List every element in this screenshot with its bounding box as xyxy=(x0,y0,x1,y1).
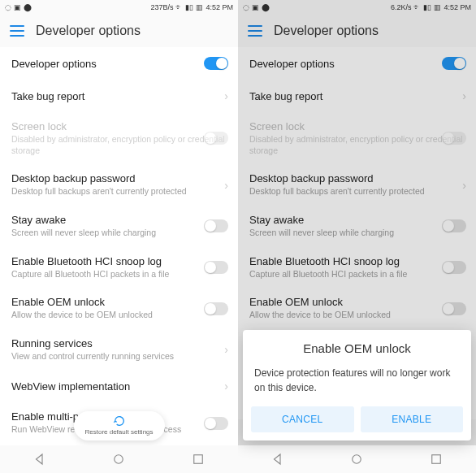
recents-button[interactable] xyxy=(191,452,206,466)
sim-icon: ▣ xyxy=(252,3,259,11)
clock: 4:52 PM xyxy=(444,3,471,11)
wifi-icon: ᯤ xyxy=(413,3,421,11)
toggle-oem-unlock[interactable] xyxy=(204,302,228,315)
nav-bar xyxy=(0,445,238,473)
chat-icon: ⬤ xyxy=(24,3,32,11)
row-oem-unlock[interactable]: Enable OEM unlockAllow the device to be … xyxy=(0,288,238,329)
row-oem-unlock[interactable]: Enable OEM unlockAllow the device to be … xyxy=(238,288,476,329)
signal-icon: ▮▯ xyxy=(185,3,193,11)
row-webview[interactable]: WebView implementation› xyxy=(0,370,238,402)
menu-icon[interactable] xyxy=(10,25,24,37)
row-bug-report[interactable]: Take bug report› xyxy=(0,80,238,112)
toggle-stay-awake[interactable] xyxy=(204,219,228,232)
home-button[interactable] xyxy=(111,452,126,466)
row-backup-password[interactable]: Desktop backup passwordDesktop full back… xyxy=(238,164,476,206)
row-bt-snoop[interactable]: Enable Bluetooth HCI snoop logCapture al… xyxy=(0,247,238,289)
toggle-oem-unlock[interactable] xyxy=(442,302,466,315)
toggle-developer-options[interactable] xyxy=(442,57,466,70)
toggle-bt-snoop[interactable] xyxy=(204,261,228,274)
clock: 4:52 PM xyxy=(206,3,233,11)
page-title: Developer options xyxy=(36,24,141,38)
row-developer-options[interactable]: Developer options xyxy=(238,47,476,80)
row-running-services[interactable]: Running servicesView and control current… xyxy=(0,329,238,371)
battery-icon: ▥ xyxy=(196,3,203,11)
svg-rect-3 xyxy=(432,455,441,464)
chevron-right-icon: › xyxy=(462,89,466,102)
toggle-multi-webview[interactable] xyxy=(204,417,228,430)
back-button[interactable] xyxy=(32,452,47,466)
chevron-right-icon: › xyxy=(462,179,466,192)
chevron-right-icon: › xyxy=(224,380,228,393)
location-icon: ◌ xyxy=(5,3,11,11)
dialog-title: Enable OEM unlock xyxy=(251,341,463,355)
svg-point-0 xyxy=(115,455,123,464)
settings-list: Developer options Take bug report› Scree… xyxy=(0,47,238,473)
restore-defaults-toast[interactable]: Restore default settings xyxy=(73,411,164,440)
oem-unlock-dialog: Enable OEM unlock Device protection feat… xyxy=(243,330,471,440)
app-bar: Developer options xyxy=(0,15,238,47)
row-bug-report[interactable]: Take bug report› xyxy=(238,80,476,112)
enable-button[interactable]: ENABLE xyxy=(361,406,464,432)
row-bt-snoop[interactable]: Enable Bluetooth HCI snoop logCapture al… xyxy=(238,247,476,289)
sim-icon: ▣ xyxy=(14,3,21,11)
toggle-developer-options[interactable] xyxy=(204,57,228,70)
chat-icon: ⬤ xyxy=(262,3,270,11)
battery-icon: ▥ xyxy=(434,3,441,11)
row-stay-awake[interactable]: Stay awakeScreen will never sleep while … xyxy=(238,206,476,247)
nav-bar xyxy=(238,445,476,473)
chevron-right-icon: › xyxy=(224,343,228,356)
toggle-bt-snoop[interactable] xyxy=(442,261,466,274)
net-speed: 6.2K/s xyxy=(391,3,412,11)
chevron-right-icon: › xyxy=(224,179,228,192)
app-bar: Developer options xyxy=(238,15,476,47)
home-button[interactable] xyxy=(349,452,364,466)
net-speed: 237B/s xyxy=(150,3,173,11)
row-stay-awake[interactable]: Stay awakeScreen will never sleep while … xyxy=(0,206,238,247)
status-bar: ◌▣⬤ 6.2K/sᯤ▮▯▥4:52 PM xyxy=(238,0,476,15)
chevron-right-icon: › xyxy=(224,89,228,102)
cancel-button[interactable]: CANCEL xyxy=(251,406,354,432)
location-icon: ◌ xyxy=(243,3,249,11)
status-bar: ◌▣⬤ 237B/sᯤ▮▯▥4:52 PM xyxy=(0,0,238,15)
row-backup-password[interactable]: Desktop backup passwordDesktop full back… xyxy=(0,164,238,206)
toggle-screen-lock xyxy=(442,132,466,145)
wifi-icon: ᯤ xyxy=(175,3,183,11)
menu-icon[interactable] xyxy=(248,25,262,37)
recents-button[interactable] xyxy=(429,452,444,466)
svg-rect-1 xyxy=(194,455,203,464)
refresh-icon xyxy=(112,414,125,427)
screen-right: ◌▣⬤ 6.2K/sᯤ▮▯▥4:52 PM Developer options … xyxy=(238,0,476,473)
signal-icon: ▮▯ xyxy=(423,3,431,11)
back-button[interactable] xyxy=(270,452,285,466)
row-screen-lock: Screen lockDisabled by administrator, en… xyxy=(0,112,238,164)
svg-point-2 xyxy=(353,455,361,464)
dialog-message: Device protection features will no longe… xyxy=(251,367,463,395)
toggle-screen-lock xyxy=(204,132,228,145)
row-screen-lock: Screen lockDisabled by administrator, en… xyxy=(238,112,476,164)
screen-left: ◌▣⬤ 237B/sᯤ▮▯▥4:52 PM Developer options … xyxy=(0,0,238,473)
toggle-stay-awake[interactable] xyxy=(442,219,466,232)
row-developer-options[interactable]: Developer options xyxy=(0,47,238,80)
page-title: Developer options xyxy=(274,24,379,38)
